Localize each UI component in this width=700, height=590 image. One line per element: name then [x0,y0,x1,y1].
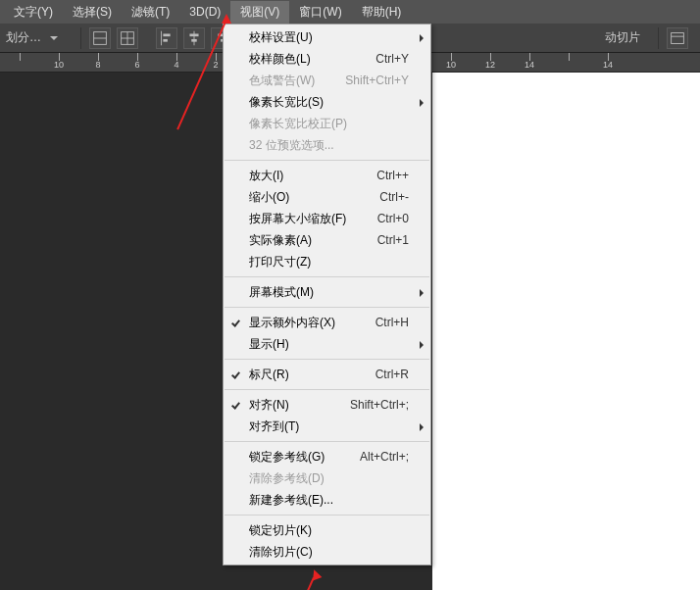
ruler-tick: 10 [431,53,471,72]
menu-item-label: 像素长宽比校正(P) [249,116,409,132]
menu-item-label: 32 位预览选项... [249,137,409,154]
ruler-tick [0,53,39,72]
menu-shortcut: Ctrl++ [376,169,409,182]
submenu-arrow-icon [420,99,424,107]
menu-item[interactable]: 校样设置(U) [224,26,430,48]
menu-item-label: 显示额外内容(X) [249,315,375,331]
tool-label-divide[interactable]: 划分… [6,29,41,46]
menu-separator [225,441,429,442]
menu-item[interactable]: 对齐到(T) [224,416,430,437]
menu-shortcut: Ctrl+0 [377,212,409,225]
menu-view[interactable]: 视图(V) [230,1,289,24]
view-menu-popup: 校样设置(U)校样颜色(L)Ctrl+Y色域警告(W)Shift+Ctrl+Y像… [223,24,431,565]
menu-filter[interactable]: 滤镜(T) [122,1,179,24]
menu-item-label: 放大(I) [249,168,376,184]
menu-item[interactable]: 放大(I)Ctrl++ [224,165,430,186]
check-icon [231,399,241,409]
menu-item[interactable]: 打印尺寸(Z) [224,251,430,272]
menu-item-label: 屏幕模式(M) [249,284,409,301]
menu-item-label: 校样设置(U) [249,29,409,46]
svg-rect-10 [191,38,196,41]
auto-slice-button[interactable]: 动切片 [595,27,650,48]
menu-item-label: 色域警告(W) [249,73,345,89]
menu-item-label: 清除切片(C) [249,544,409,561]
menu-item[interactable]: 显示额外内容(X)Ctrl+H [224,312,430,333]
menu-item: 像素长宽比校正(P) [224,113,430,134]
divider [80,27,81,49]
menu-shortcut: Ctrl+H [375,316,409,329]
menu-item[interactable]: 像素长宽比(S) [224,91,430,113]
menu-shortcut: Ctrl+Y [375,52,409,66]
menu-item-label: 清除参考线(D) [249,470,409,487]
menu-separator [225,389,429,390]
submenu-arrow-icon [420,423,424,431]
menu-item-label: 按屏幕大小缩放(F) [249,211,377,227]
menu-shortcut: Alt+Ctrl+; [360,450,409,464]
check-icon [231,317,241,326]
menu-item[interactable]: 显示(H) [224,333,430,355]
menu-item[interactable]: 实际像素(A)Ctrl+1 [224,229,430,251]
canvas-document[interactable] [432,73,700,590]
submenu-arrow-icon [420,34,424,42]
menu-item-label: 锁定参考线(G) [249,449,360,466]
menu-shortcut: Ctrl+R [375,368,409,381]
menu-window[interactable]: 窗口(W) [289,1,351,24]
check-icon [231,369,241,378]
menu-item-label: 标尺(R) [249,367,375,383]
menu-item[interactable]: 标尺(R)Ctrl+R [224,364,430,385]
menu-item-label: 像素长宽比(S) [249,94,409,111]
ruler-tick: 4 [157,53,196,72]
align-hcenter-icon[interactable] [183,27,205,49]
svg-rect-14 [672,32,684,43]
menu-item-label: 锁定切片(K) [249,522,409,539]
menu-3d[interactable]: 3D(D) [179,2,230,22]
menu-item[interactable]: 锁定参考线(G)Alt+Ctrl+; [224,446,430,467]
menu-item[interactable]: 校样颜色(L)Ctrl+Y [224,48,430,70]
menu-help[interactable]: 帮助(H) [352,1,412,24]
ruler-tick [549,53,588,72]
menu-separator [225,160,429,161]
svg-rect-7 [163,38,168,41]
ruler-tick: 14 [510,53,549,72]
menu-item[interactable]: 缩小(O)Ctrl+- [224,186,430,208]
submenu-arrow-icon [420,341,424,349]
ruler-tick: 12 [471,53,510,72]
svg-rect-9 [189,33,198,36]
menu-select[interactable]: 选择(S) [63,1,122,24]
menu-item-label: 校样颜色(L) [249,51,375,68]
dropdown-icon[interactable] [47,31,61,45]
menu-shortcut: Ctrl+1 [377,233,409,247]
menu-separator [225,307,429,308]
svg-rect-6 [163,33,170,36]
menu-item: 32 位预览选项... [224,134,430,156]
menu-item[interactable]: 新建参考线(E)... [224,489,430,511]
ruler-tick: 14 [588,53,627,72]
menu-item: 色域警告(W)Shift+Ctrl+Y [224,70,430,91]
divider [658,27,659,49]
menu-item-label: 实际像素(A) [249,232,377,249]
slice-show-icon[interactable] [117,27,138,49]
menu-item[interactable]: 锁定切片(K) [224,519,430,541]
ruler-tick: 6 [118,53,157,72]
menu-item[interactable]: 对齐(N)Shift+Ctrl+; [224,394,430,416]
menu-text[interactable]: 文字(Y) [4,1,63,24]
menu-item[interactable]: 按屏幕大小缩放(F)Ctrl+0 [224,208,430,229]
align-left-icon[interactable] [156,27,177,49]
menu-item-label: 打印尺寸(Z) [249,254,409,270]
submenu-arrow-icon [420,289,424,297]
menu-item[interactable]: 屏幕模式(M) [224,281,430,303]
panel-icon[interactable] [667,27,688,49]
menu-separator [225,359,429,360]
menu-separator [225,515,429,516]
menubar: 文字(Y) 选择(S) 滤镜(T) 3D(D) 视图(V) 窗口(W) 帮助(H… [0,0,700,24]
slice-hide-icon[interactable] [89,27,111,49]
menu-shortcut: Ctrl+- [379,190,409,204]
menu-shortcut: Shift+Ctrl+; [350,398,409,412]
menu-item[interactable]: 清除切片(C) [224,541,430,563]
menu-item-label: 显示(H) [249,336,409,353]
menu-item-label: 缩小(O) [249,189,379,206]
menu-item-label: 新建参考线(E)... [249,492,409,509]
menu-item: 清除参考线(D) [224,467,430,489]
ruler-tick: 8 [78,53,118,72]
ruler-tick: 10 [39,53,78,72]
